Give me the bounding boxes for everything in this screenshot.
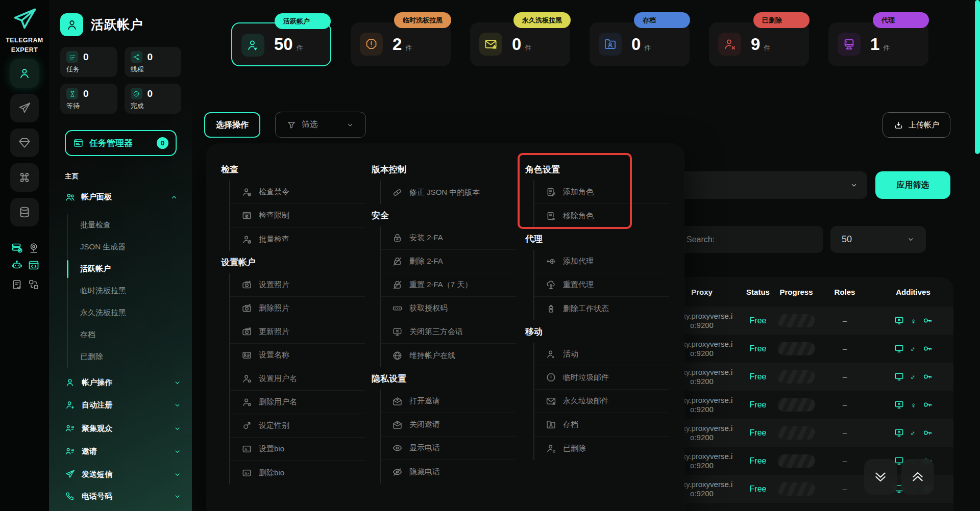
- sidebar-subitem[interactable]: JSON 生成器: [68, 236, 178, 258]
- menu-column-2: 版本控制修正 JSON 中的版本安全安装 2-FA删除 2-FA重置 2-FA（…: [372, 158, 516, 483]
- menu-item[interactable]: 设置名称: [230, 344, 365, 367]
- progress-bar: [777, 454, 815, 468]
- status-card[interactable]: 代理1件: [828, 22, 928, 66]
- rail-button-paper-plane[interactable]: [10, 94, 39, 122]
- stat-checklist: 0任务: [60, 47, 117, 77]
- menu-item[interactable]: 移除角色: [534, 204, 669, 227]
- sidebar-section-5[interactable]: 发送短信: [65, 467, 181, 482]
- search-input[interactable]: [676, 226, 823, 253]
- menu-item[interactable]: 关闭邀请: [381, 413, 516, 437]
- paper-plane-icon: [65, 469, 75, 479]
- monitor-x-icon: [894, 427, 904, 438]
- upload-accounts-button[interactable]: 上传帐户: [883, 112, 950, 138]
- rail-mini-swap[interactable]: [28, 278, 40, 291]
- menu-item[interactable]: 删除照片: [230, 297, 365, 320]
- task-manager-button[interactable]: 任务管理器 0: [65, 130, 177, 156]
- menu-item[interactable]: 设定性别: [230, 414, 365, 438]
- menu-item[interactable]: 删除工作状态: [534, 297, 669, 320]
- rail-mini-server-check[interactable]: [11, 242, 23, 254]
- scroll-to-bottom-button[interactable]: [864, 459, 897, 495]
- rail-mini-code-window[interactable]: [28, 259, 40, 271]
- status-card[interactable]: 活跃帐户♥50件: [231, 22, 331, 66]
- menu-item[interactable]: 添加代理: [534, 250, 669, 273]
- menu-item[interactable]: 删除用户名: [230, 391, 365, 414]
- sidebar-section-3[interactable]: 聚集观众: [65, 421, 181, 436]
- table-row[interactable]: proxy.proxyverse.io:9200Free–♂: [664, 335, 953, 363]
- sidebar-item-account-panel[interactable]: 帐户面板: [65, 192, 178, 202]
- menu-item[interactable]: 修正 JSON 中的版本: [381, 181, 516, 204]
- menu-item[interactable]: 打开邀请: [381, 390, 516, 413]
- sidebar-subitem[interactable]: 批量检查: [68, 214, 178, 236]
- sidebar-section-2[interactable]: 自动注册: [65, 397, 181, 413]
- rail-button-gem[interactable]: [10, 129, 39, 157]
- menu-item[interactable]: ♥活动: [534, 343, 669, 366]
- menu-item[interactable]: 批量检查: [230, 227, 365, 251]
- male-icon: ♂: [908, 427, 919, 438]
- table-row[interactable]: proxy.proxyverse.io:9200Free–♀: [664, 391, 953, 419]
- rail-button-person[interactable]: [10, 59, 39, 88]
- additives-cell: ♀: [873, 399, 953, 410]
- menu-item[interactable]: 检查禁令: [230, 181, 365, 204]
- menu-item[interactable]: 删除 2-FA: [381, 250, 516, 273]
- sidebar-subitem[interactable]: 临时洗板拉黑: [68, 280, 178, 302]
- menu-item[interactable]: 获取授权码: [381, 297, 516, 320]
- menu-item[interactable]: 添加角色: [534, 181, 669, 204]
- menu-item[interactable]: 设置用户名: [230, 367, 365, 391]
- person-badge-icon: [241, 397, 252, 407]
- menu-item[interactable]: 存档: [534, 413, 669, 437]
- card-unit: 件: [883, 43, 890, 53]
- menu-item[interactable]: 重置代理: [534, 273, 669, 297]
- monitor-x-icon: [392, 326, 403, 337]
- sidebar-section-6[interactable]: 电话号码: [65, 489, 181, 504]
- menu-item[interactable]: 关闭第三方会话: [381, 320, 516, 344]
- status-card[interactable]: 已删除9件: [709, 22, 809, 66]
- sidebar-section-4[interactable]: 邀请: [65, 444, 181, 459]
- menu-item[interactable]: 更新照片: [230, 320, 365, 344]
- rail-mini-doc-check[interactable]: [11, 278, 23, 291]
- select-action-button[interactable]: 选择操作: [204, 112, 260, 138]
- menu-item[interactable]: 重置 2-FA（7 天）: [381, 273, 516, 297]
- sidebar-subitem[interactable]: 永久洗板拉黑: [68, 302, 178, 324]
- menu-section: 角色设置添加角色移除角色: [525, 158, 669, 227]
- progress-bar: [777, 342, 815, 355]
- status-card[interactable]: 临时洗板拉黑2件: [351, 22, 451, 66]
- table-row[interactable]: proxy.proxyverse.io:9200Free–♂: [664, 363, 953, 391]
- status-cell: Free: [740, 456, 776, 466]
- menu-section-title: 安全: [372, 204, 516, 226]
- sidebar-section-1[interactable]: 帐户操作: [65, 375, 181, 390]
- status-card[interactable]: 永久洗板拉黑0件: [470, 22, 570, 66]
- key-icon: [922, 343, 933, 354]
- menu-item[interactable]: A×删除bio: [230, 461, 365, 484]
- sidebar-subitem[interactable]: 已删除: [68, 346, 178, 368]
- table-row[interactable]: proxy.proxyverse.io:9200Free–♀: [664, 306, 953, 335]
- status-card[interactable]: 存档0件: [590, 22, 690, 66]
- vertical-scrollbar[interactable]: [975, 0, 980, 154]
- table-row[interactable]: proxy.proxyverse.io:9200Free–♂: [664, 419, 953, 447]
- chevron-up-icon: [170, 193, 178, 201]
- rail-mini-webcam[interactable]: [28, 242, 40, 254]
- menu-item[interactable]: 永久垃圾邮件: [534, 390, 669, 413]
- stat-value: 0: [83, 88, 89, 99]
- progress-bar: [777, 398, 815, 412]
- sidebar-subitem[interactable]: 存档: [68, 324, 178, 346]
- menu-item[interactable]: 临时垃圾邮件: [534, 366, 669, 390]
- menu-item[interactable]: 检查限制: [230, 204, 365, 227]
- sidebar-subitem[interactable]: 活跃帐户: [68, 258, 178, 280]
- page-size-select[interactable]: 50: [830, 226, 926, 253]
- menu-item[interactable]: 已删除: [534, 437, 669, 460]
- menu-item[interactable]: A=设置bio: [230, 438, 365, 461]
- menu-item[interactable]: 设置照片: [230, 273, 365, 297]
- rail-button-command[interactable]: [10, 163, 39, 192]
- password-icon: [392, 303, 403, 314]
- scroll-to-top-button[interactable]: [901, 459, 934, 495]
- menu-item[interactable]: 安装 2-FA: [381, 226, 516, 250]
- menu-item[interactable]: 显示电话: [381, 437, 516, 460]
- menu-item[interactable]: 隐藏电话: [381, 460, 516, 483]
- apply-filter-button[interactable]: 应用筛选: [875, 171, 950, 199]
- rail-button-database[interactable]: [10, 198, 39, 226]
- filter-button[interactable]: 筛选: [275, 112, 366, 138]
- progress-bar: [777, 370, 815, 384]
- rail-mini-bot[interactable]: [11, 259, 23, 271]
- stat-label: 完成: [131, 101, 176, 111]
- menu-item[interactable]: 维持帐户在线: [381, 344, 516, 367]
